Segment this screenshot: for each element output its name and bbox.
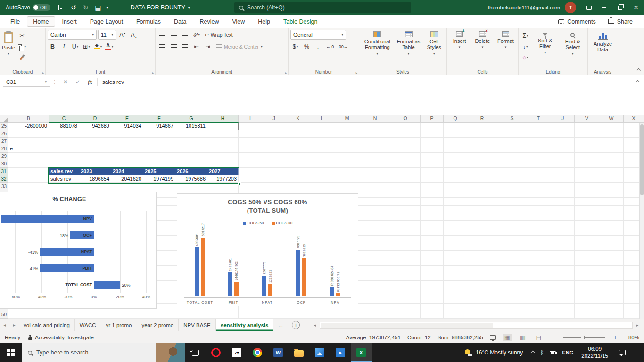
cell-G30[interactable] (175, 160, 207, 168)
cell-S44[interactable] (497, 266, 527, 273)
cell-R27[interactable] (467, 138, 497, 145)
cell-G27[interactable] (175, 138, 207, 145)
cell-V38[interactable] (575, 221, 599, 228)
cell-H50[interactable] (207, 311, 239, 319)
cell-U46[interactable] (550, 281, 575, 288)
cell-V50[interactable] (575, 311, 599, 319)
battery-icon[interactable] (550, 351, 556, 354)
cell-B28[interactable]: e (8, 145, 49, 153)
close-button[interactable]: ✕ (628, 0, 644, 15)
cell-O46[interactable] (390, 281, 421, 288)
cell-E32[interactable]: 2041620 (111, 175, 143, 183)
row-header-50[interactable]: 50 (0, 311, 8, 319)
cell-N28[interactable] (360, 145, 390, 153)
cell-V32[interactable] (575, 175, 599, 183)
restore-button[interactable] (612, 0, 628, 15)
cell-V25[interactable] (575, 123, 599, 130)
cell-O49[interactable] (390, 304, 421, 311)
accessibility-status-button[interactable]: Accessibility: Investigate (28, 335, 94, 340)
cell-H33[interactable] (207, 183, 239, 190)
increase-decimal-button[interactable]: ←.0 (324, 41, 336, 51)
cell-V49[interactable] (575, 304, 599, 311)
italic-button[interactable]: I (59, 41, 69, 51)
cell-O27[interactable] (390, 138, 421, 145)
cell-R39[interactable] (467, 228, 497, 236)
cell-R34[interactable] (467, 190, 497, 198)
delete-cells-button[interactable]: Delete ▾ (472, 30, 493, 49)
cell-R30[interactable] (467, 160, 497, 168)
cell-V47[interactable] (575, 288, 599, 296)
cell-W32[interactable] (599, 175, 624, 183)
format-painter-button[interactable] (17, 52, 27, 62)
cell-Q48[interactable] (444, 296, 467, 304)
accounting-format-button[interactable]: $▾ (290, 41, 300, 51)
cell-S45[interactable] (497, 273, 527, 281)
cell-R49[interactable] (467, 304, 497, 311)
cell-J50[interactable] (262, 311, 286, 319)
column-header-Q[interactable]: Q (444, 115, 467, 123)
cell-L32[interactable] (310, 175, 334, 183)
cell-Q42[interactable] (444, 251, 467, 258)
cell-T29[interactable] (527, 153, 550, 160)
cell-M26[interactable] (334, 130, 360, 138)
cell-P33[interactable] (421, 183, 444, 190)
font-name-select[interactable]: Calibri▾ (48, 30, 97, 40)
column-header-U[interactable]: U (550, 115, 575, 123)
cell-W45[interactable] (599, 273, 624, 281)
row-header-29[interactable]: 29 (0, 153, 8, 160)
column-header-K[interactable]: K (286, 115, 310, 123)
cell-D31[interactable]: 2023 (79, 168, 111, 175)
column-header-M[interactable]: M (334, 115, 360, 123)
cell-I30[interactable] (239, 160, 262, 168)
cell-O26[interactable] (390, 130, 421, 138)
cell-V46[interactable] (575, 281, 599, 288)
horizontal-scrollbar-thumb[interactable] (321, 323, 493, 328)
top-align-button[interactable] (157, 30, 167, 40)
cell-V33[interactable] (575, 183, 599, 190)
cell-K32[interactable] (286, 175, 310, 183)
cell-H30[interactable] (207, 160, 239, 168)
cell-R48[interactable] (467, 296, 497, 304)
cell-T32[interactable] (527, 175, 550, 183)
bluetooth-icon[interactable]: ᛒ (540, 349, 544, 356)
clipboard-dialog-launcher[interactable]: ⌞ (42, 69, 44, 74)
cell-S46[interactable] (497, 281, 527, 288)
cell-T35[interactable] (527, 198, 550, 206)
language-indicator[interactable]: ENG (562, 350, 573, 355)
page-break-view-button[interactable]: ▤ (534, 334, 543, 341)
cell-D28[interactable] (79, 145, 111, 153)
decrease-indent-button[interactable]: ⇤ (191, 41, 201, 51)
cell-W42[interactable] (599, 251, 624, 258)
row-header-30[interactable]: 30 (0, 160, 8, 168)
cell-E26[interactable] (111, 130, 143, 138)
cell-P40[interactable] (421, 236, 444, 243)
cell-S37[interactable] (497, 213, 527, 221)
new-sheet-button[interactable]: + (292, 321, 300, 329)
format-cells-button[interactable]: Format ▾ (495, 30, 516, 49)
cell-V31[interactable] (575, 168, 599, 175)
cell-S50[interactable] (497, 311, 527, 319)
analyze-data-button[interactable]: Analyze Data (590, 30, 616, 53)
cell-U39[interactable] (550, 228, 575, 236)
cell-P47[interactable] (421, 288, 444, 296)
merge-center-button[interactable]: Merge & Center▾ (214, 41, 264, 51)
cell-E50[interactable] (111, 311, 143, 319)
cancel-button[interactable]: ✕ (59, 77, 72, 87)
cell-O43[interactable] (390, 258, 421, 266)
cell-J27[interactable] (262, 138, 286, 145)
cell-W44[interactable] (599, 266, 624, 273)
cell-K27[interactable] (286, 138, 310, 145)
taskbar-app-chrome[interactable] (247, 343, 268, 362)
cell-C27[interactable] (49, 138, 79, 145)
cell-V40[interactable] (575, 236, 599, 243)
sheet-tab-vol-calc-and-pricing[interactable]: vol calc and pricing (19, 319, 75, 331)
task-view-button[interactable] (185, 343, 206, 362)
cell-O45[interactable] (390, 273, 421, 281)
cell-S49[interactable] (497, 304, 527, 311)
cell-Q29[interactable] (444, 153, 467, 160)
cell-P41[interactable] (421, 243, 444, 251)
cell-F31[interactable]: 2025 (143, 168, 175, 175)
cell-P30[interactable] (421, 160, 444, 168)
cell-O33[interactable] (390, 183, 421, 190)
cell-E29[interactable] (111, 153, 143, 160)
